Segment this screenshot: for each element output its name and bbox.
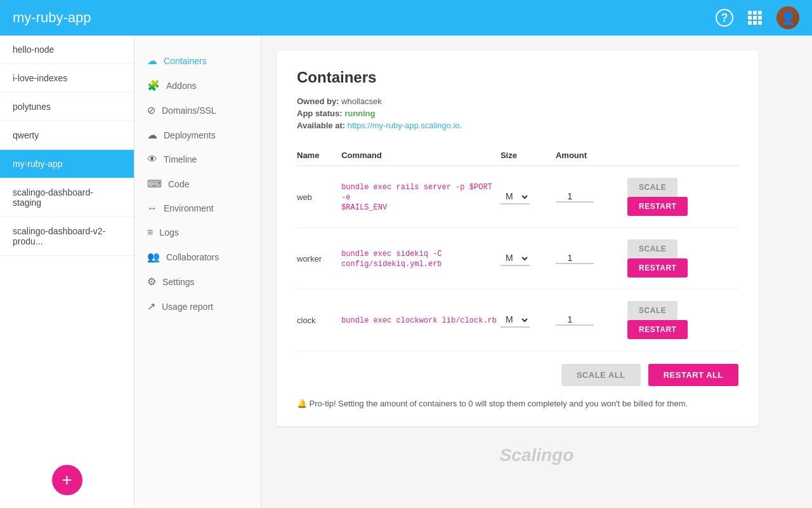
- subnav-deployments[interactable]: ☁ Deployments: [134, 123, 261, 147]
- col-header-size: Size: [501, 145, 556, 166]
- row-web-scale-button[interactable]: SCALE: [627, 178, 678, 197]
- row-clock-name: clock: [297, 290, 341, 351]
- row-worker-cmd-code: bundle exec sidekiq -Cconfig/sidekiq.yml…: [341, 250, 442, 269]
- owned-by-value: whollacsek: [341, 97, 382, 106]
- row-web-restart-button[interactable]: RESTART: [627, 197, 688, 216]
- row-web-size: MSLXL: [501, 166, 556, 228]
- sidebar-item-my-ruby-app[interactable]: my-ruby-app: [0, 150, 134, 178]
- subnav-containers[interactable]: ☁ Containers: [134, 48, 261, 73]
- sidebar-item-i-love-indexes[interactable]: i-love-indexes: [0, 64, 134, 93]
- row-clock-scale-button[interactable]: SCALE: [627, 301, 678, 320]
- sidebar-item-scalingo-dashboard-staging[interactable]: scalingo-dashboard-staging: [0, 178, 134, 217]
- subnav-containers-label: Containers: [164, 56, 207, 66]
- row-clock-cmd-code: bundle exec clockwork lib/clock.rb: [341, 316, 497, 325]
- environment-icon: ↔: [147, 203, 157, 214]
- row-clock-command: bundle exec clockwork lib/clock.rb: [341, 290, 501, 351]
- owned-by-label: Owned by:: [297, 97, 339, 106]
- row-web-size-select[interactable]: MSLXL: [501, 189, 530, 204]
- subnav-addons-label: Addons: [166, 81, 196, 91]
- help-icon[interactable]: ?: [716, 9, 733, 27]
- sidebar-item-scalingo-dashboard-v2-produ[interactable]: scalingo-dashboard-v2-produ...: [0, 217, 134, 256]
- page-title: Containers: [297, 69, 738, 86]
- subnav-usage-report[interactable]: ↗ Usage report: [134, 294, 261, 319]
- subnav-environment-label: Environment: [164, 203, 214, 213]
- topbar-icons: ?: [716, 6, 799, 29]
- row-worker-amount-input[interactable]: [556, 253, 594, 264]
- row-worker-command: bundle exec sidekiq -Cconfig/sidekiq.yml…: [341, 228, 501, 290]
- subnav-addons[interactable]: 🧩 Addons: [134, 73, 261, 98]
- app-sidebar: hello-node i-love-indexes polytunes qwer…: [0, 36, 134, 508]
- col-header-command: Command: [341, 145, 501, 166]
- subnav-settings[interactable]: ⚙ Settings: [134, 269, 261, 294]
- row-clock-actions: SCALE RESTART: [627, 290, 738, 351]
- row-clock-size-select[interactable]: MSLXL: [501, 312, 530, 328]
- timeline-icon: 👁: [147, 154, 157, 165]
- subnav-domains-label: Domains/SSL: [162, 105, 216, 116]
- row-clock-amount-input[interactable]: [556, 314, 594, 326]
- sub-nav: ☁ Containers 🧩 Addons ⊘ Domains/SSL ☁ De…: [134, 36, 261, 508]
- row-worker-scale-button[interactable]: SCALE: [627, 239, 678, 258]
- subnav-collaborators[interactable]: 👥 Collaborators: [134, 244, 261, 269]
- col-header-actions: [627, 145, 738, 166]
- subnav-logs-label: Logs: [159, 227, 178, 237]
- row-worker-name: worker: [297, 228, 341, 290]
- app-title: my-ruby-app: [13, 10, 716, 26]
- table-row-web: web bundle exec rails server -p $PORT -e…: [297, 166, 738, 228]
- subnav-domains-ssl[interactable]: ⊘ Domains/SSL: [134, 98, 261, 123]
- deployments-icon: ☁: [147, 129, 157, 141]
- topbar: my-ruby-app ?: [0, 0, 812, 36]
- add-app-button[interactable]: +: [52, 465, 82, 495]
- row-worker-amount: [556, 228, 627, 290]
- subnav-environment[interactable]: ↔ Environment: [134, 196, 261, 220]
- containers-icon: ☁: [147, 55, 157, 67]
- row-clock-size: MSLXL: [501, 290, 556, 351]
- restart-all-button[interactable]: RESTART ALL: [648, 364, 738, 386]
- subnav-code[interactable]: ⌨ Code: [134, 171, 261, 196]
- available-at-label: Available at:: [297, 121, 345, 130]
- subnav-logs[interactable]: ≡ Logs: [134, 220, 261, 244]
- row-worker-size: MSLXL: [501, 228, 556, 290]
- app-status-value: running: [344, 109, 375, 118]
- addons-icon: 🧩: [147, 79, 160, 91]
- subnav-code-label: Code: [168, 179, 189, 189]
- scale-all-button[interactable]: SCALE ALL: [561, 364, 641, 386]
- subnav-usage-report-label: Usage report: [162, 302, 213, 312]
- app-status-label: App status:: [297, 109, 343, 118]
- col-header-amount: Amount: [556, 145, 627, 166]
- sidebar-item-polytunes[interactable]: polytunes: [0, 93, 134, 121]
- subnav-deployments-label: Deployments: [164, 130, 216, 140]
- row-web-actions: SCALE RESTART: [627, 166, 738, 228]
- row-worker-actions: SCALE RESTART: [627, 228, 738, 290]
- row-web-amount: [556, 166, 627, 228]
- row-web-amount-input[interactable]: [556, 191, 594, 203]
- collaborators-icon: 👥: [147, 251, 160, 263]
- available-at-line: Available at: https://my-ruby-app.scalin…: [297, 121, 738, 130]
- main-content: Containers Owned by: whollacsek App stat…: [261, 36, 812, 508]
- col-header-name: Name: [297, 145, 341, 166]
- subnav-collaborators-label: Collaborators: [166, 252, 219, 262]
- sidebar-item-hello-node[interactable]: hello-node: [0, 36, 134, 64]
- containers-card: Containers Owned by: whollacsek App stat…: [277, 51, 759, 426]
- logs-icon: ≡: [147, 227, 153, 238]
- usage-report-icon: ↗: [147, 300, 155, 312]
- owned-by-line: Owned by: whollacsek: [297, 97, 738, 106]
- subnav-settings-label: Settings: [162, 277, 195, 287]
- row-clock-amount: [556, 290, 627, 351]
- available-at-url[interactable]: https://my-ruby-app.scalingo.io.: [348, 121, 462, 130]
- grid-icon[interactable]: [745, 8, 765, 28]
- main-layout: hello-node i-love-indexes polytunes qwer…: [0, 36, 812, 508]
- containers-table: Name Command Size Amount web bundle exec…: [297, 145, 738, 351]
- bulk-actions: SCALE ALL RESTART ALL: [297, 364, 738, 386]
- row-worker-restart-button[interactable]: RESTART: [627, 258, 688, 277]
- subnav-timeline[interactable]: 👁 Timeline: [134, 147, 261, 171]
- row-worker-size-select[interactable]: MSLXL: [501, 251, 530, 266]
- row-web-cmd-code: bundle exec rails server -p $PORT -e$RAI…: [341, 183, 492, 212]
- avatar[interactable]: [776, 6, 799, 29]
- code-icon: ⌨: [147, 178, 162, 190]
- table-row-clock: clock bundle exec clockwork lib/clock.rb…: [297, 290, 738, 351]
- row-web-name: web: [297, 166, 341, 228]
- domains-icon: ⊘: [147, 104, 155, 116]
- row-clock-restart-button[interactable]: RESTART: [627, 320, 688, 339]
- sidebar-item-qwerty[interactable]: qwerty: [0, 121, 134, 150]
- scalingo-watermark: Scalingo: [277, 426, 797, 485]
